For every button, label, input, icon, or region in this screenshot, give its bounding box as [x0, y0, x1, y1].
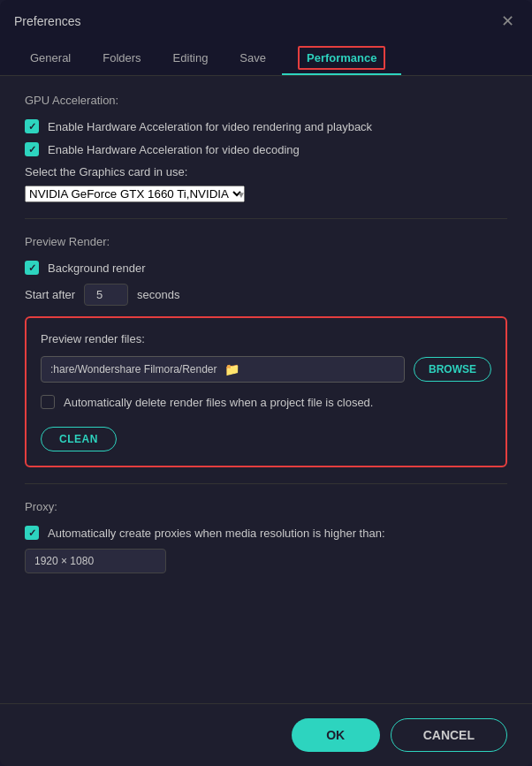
hw-accel-decode-label[interactable]: Enable Hardware Acceleration for video d… — [48, 143, 300, 156]
checkmark-icon-2: ✓ — [28, 144, 36, 155]
ok-button[interactable]: OK — [292, 718, 380, 752]
proxy-section: Proxy: ✓ Automatically create proxies wh… — [25, 500, 507, 573]
render-path-text: :hare/Wondershare Filmora/Render — [50, 363, 217, 375]
resolution-input[interactable] — [25, 549, 166, 573]
background-render-row: ✓ Background render — [25, 261, 507, 275]
hw-accel-render-checkbox[interactable]: ✓ — [25, 119, 39, 133]
render-path-display[interactable]: :hare/Wondershare Filmora/Render 📁 — [41, 356, 405, 383]
preview-render-title: Preview Render: — [25, 235, 507, 248]
graphics-card-select[interactable]: NVIDIA GeForce GTX 1660 Ti,NVIDIA — [25, 186, 245, 202]
seconds-label: seconds — [137, 288, 179, 301]
graphics-card-wrapper[interactable]: NVIDIA GeForce GTX 1660 Ti,NVIDIA — [25, 186, 255, 202]
auto-delete-checkbox[interactable] — [41, 395, 55, 409]
start-after-label: Start after — [25, 288, 75, 301]
start-after-row: Start after seconds — [25, 284, 507, 306]
auto-delete-label[interactable]: Automatically delete render files when a… — [64, 396, 373, 409]
checkmark-icon-4: ✓ — [28, 527, 36, 539]
hw-accel-render-row: ✓ Enable Hardware Acceleration for video… — [25, 119, 507, 133]
preview-render-files-box: Preview render files: :hare/Wondershare … — [25, 316, 507, 467]
close-button[interactable]: ✕ — [497, 11, 518, 32]
start-after-input[interactable] — [84, 284, 128, 306]
checkmark-icon: ✓ — [28, 121, 36, 133]
hw-accel-render-label[interactable]: Enable Hardware Acceleration for video r… — [48, 120, 372, 133]
gpu-section: GPU Acceleration: ✓ Enable Hardware Acce… — [25, 94, 507, 202]
content-area: GPU Acceleration: ✓ Enable Hardware Acce… — [0, 76, 532, 703]
tab-editing[interactable]: Editing — [157, 42, 224, 75]
tabs-bar: General Folders Editing Save Performance — [0, 42, 532, 76]
tab-performance[interactable]: Performance — [282, 42, 401, 75]
background-render-label[interactable]: Background render — [48, 262, 146, 275]
graphics-card-label: Select the Graphics card in use: — [25, 165, 507, 178]
auto-delete-row: Automatically delete render files when a… — [41, 395, 491, 409]
hw-accel-decode-row: ✓ Enable Hardware Acceleration for video… — [25, 142, 507, 156]
gpu-section-title: GPU Acceleration: — [25, 94, 507, 107]
tab-save[interactable]: Save — [224, 42, 282, 75]
hw-accel-decode-checkbox[interactable]: ✓ — [25, 142, 39, 156]
background-render-checkbox[interactable]: ✓ — [25, 261, 39, 275]
render-path-row: :hare/Wondershare Filmora/Render 📁 BROWS… — [41, 356, 491, 383]
preview-render-section: Preview Render: ✓ Background render Star… — [25, 235, 507, 467]
divider-2 — [25, 483, 507, 484]
checkmark-icon-3: ✓ — [28, 262, 36, 274]
auto-create-proxy-row: ✓ Automatically create proxies when medi… — [25, 526, 507, 540]
proxy-title: Proxy: — [25, 500, 507, 513]
tab-folders[interactable]: Folders — [87, 42, 156, 75]
tab-performance-label: Performance — [298, 46, 385, 70]
browse-button[interactable]: BROWSE — [414, 357, 491, 382]
footer: OK CANCEL — [0, 703, 532, 766]
folder-icon: 📁 — [224, 362, 239, 376]
title-bar: Preferences ✕ — [0, 0, 532, 42]
cancel-button[interactable]: CANCEL — [391, 718, 507, 752]
auto-create-proxy-checkbox[interactable]: ✓ — [25, 526, 39, 540]
auto-create-proxy-label[interactable]: Automatically create proxies when media … — [48, 527, 385, 540]
divider-1 — [25, 218, 507, 219]
tab-general[interactable]: General — [14, 42, 87, 75]
clean-button[interactable]: CLEAN — [41, 427, 117, 451]
preferences-dialog: Preferences ✕ General Folders Editing Sa… — [0, 0, 532, 766]
dialog-title: Preferences — [14, 14, 80, 28]
preview-render-files-title: Preview render files: — [41, 332, 491, 345]
